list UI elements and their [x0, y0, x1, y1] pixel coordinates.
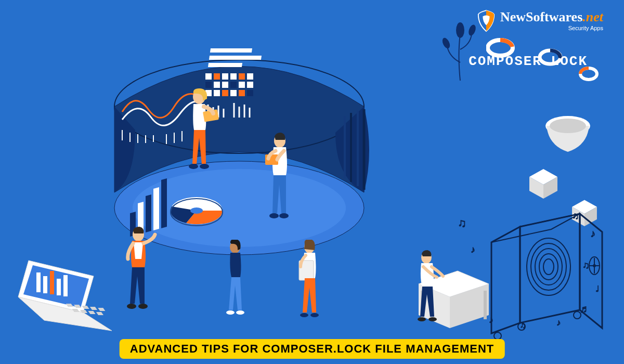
svg-text:♫: ♫ [582, 260, 590, 270]
svg-text:♪: ♪ [590, 228, 595, 239]
svg-rect-17 [230, 73, 237, 80]
svg-point-53 [467, 24, 477, 37]
person-man-presenter [114, 227, 159, 325]
svg-point-107 [138, 304, 148, 309]
svg-point-55 [550, 119, 586, 133]
svg-rect-15 [214, 73, 220, 80]
svg-rect-66 [43, 276, 47, 293]
svg-text:♩: ♩ [595, 284, 600, 293]
svg-rect-19 [247, 73, 253, 80]
svg-rect-68 [57, 279, 61, 295]
svg-rect-63 [88, 311, 95, 314]
svg-rect-28 [222, 90, 228, 96]
svg-rect-11 [210, 48, 252, 53]
svg-point-117 [428, 317, 437, 321]
svg-point-46 [190, 207, 203, 214]
svg-rect-65 [36, 272, 41, 292]
svg-text:♬: ♬ [580, 303, 588, 315]
svg-rect-25 [247, 82, 253, 88]
svg-text:♫: ♫ [572, 211, 579, 221]
svg-rect-44 [161, 178, 167, 228]
svg-rect-24 [239, 82, 245, 88]
svg-point-116 [418, 317, 426, 321]
svg-rect-59 [90, 307, 97, 310]
shield-icon [476, 9, 496, 32]
svg-point-52 [441, 36, 451, 49]
brand-tagline: Security Apps [500, 25, 603, 31]
svg-rect-16 [222, 73, 228, 80]
svg-rect-64 [96, 312, 103, 315]
svg-rect-23 [230, 82, 237, 88]
svg-rect-18 [239, 73, 245, 80]
person-man-typing [411, 250, 450, 335]
svg-rect-12 [209, 56, 262, 60]
svg-point-79 [494, 332, 501, 340]
svg-point-110 [236, 310, 244, 315]
svg-point-100 [200, 164, 209, 169]
svg-point-51 [456, 22, 464, 38]
dashboard-cylinder [94, 31, 385, 250]
pie-chart-icon [171, 197, 223, 226]
svg-point-114 [310, 313, 319, 317]
svg-point-109 [226, 310, 235, 315]
svg-text:♫: ♫ [520, 321, 526, 330]
svg-text:♪: ♪ [471, 244, 475, 255]
svg-rect-29 [230, 90, 237, 96]
svg-rect-67 [50, 271, 54, 294]
svg-rect-31 [247, 90, 253, 96]
plant-icon [439, 13, 481, 83]
person-man-reviewer [260, 133, 299, 241]
composer-lock-label: COMPOSER.LOCK [469, 54, 588, 69]
person-woman-laptop [291, 240, 328, 333]
brand-name: NewSoftwares.net [500, 10, 603, 24]
svg-rect-14 [205, 73, 212, 80]
svg-point-104 [279, 213, 289, 218]
laptop-icon [8, 258, 117, 346]
svg-point-113 [300, 313, 308, 317]
svg-text:♫: ♫ [458, 216, 466, 229]
svg-rect-96 [484, 291, 487, 319]
svg-rect-30 [239, 90, 245, 96]
svg-rect-60 [98, 308, 105, 311]
brand-logo: NewSoftwares.net Security Apps [476, 9, 603, 32]
svg-rect-13 [208, 63, 242, 67]
svg-point-103 [269, 213, 279, 218]
svg-rect-20 [205, 82, 212, 88]
pot-icon [543, 114, 593, 158]
person-woman-walking [218, 240, 252, 330]
person-woman-analyst [182, 88, 221, 194]
svg-rect-21 [214, 82, 220, 88]
cube-icon [525, 166, 562, 205]
title-banner: ADVANCED TIPS FOR COMPOSER.LOCK FILE MAN… [120, 339, 505, 359]
svg-rect-22 [222, 82, 228, 88]
svg-text:♪: ♪ [556, 318, 561, 328]
svg-rect-43 [153, 187, 159, 230]
svg-point-99 [189, 164, 198, 169]
svg-point-106 [127, 304, 136, 309]
svg-rect-69 [63, 275, 68, 296]
